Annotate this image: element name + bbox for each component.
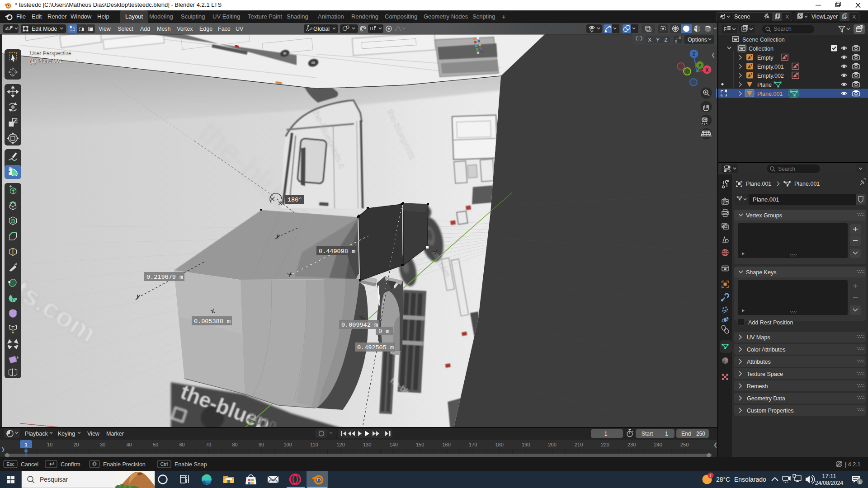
svg-text:Z: Z (693, 52, 696, 57)
svg-text:Z: Z (664, 37, 667, 42)
svg-text:0.219679 m: 0.219679 m (146, 274, 183, 281)
svg-text:28°C: 28°C (716, 476, 730, 483)
svg-text:0.449098 m: 0.449098 m (319, 248, 355, 255)
svg-text:60: 60 (179, 442, 184, 447)
svg-text:230: 230 (627, 442, 636, 447)
svg-text:Y: Y (698, 63, 702, 68)
svg-text:50: 50 (153, 442, 158, 447)
svg-text:Scene Collection: Scene Collection (742, 37, 785, 43)
svg-text:Texture Space: Texture Space (747, 371, 783, 377)
svg-text:Plane.001: Plane.001 (757, 91, 783, 97)
svg-text:Vertex: Vertex (177, 26, 193, 32)
svg-text:70: 70 (206, 442, 211, 447)
svg-text:240: 240 (654, 442, 662, 447)
svg-text:❯: ❯ (1, 446, 5, 452)
svg-text:End: End (681, 431, 691, 437)
svg-text:Plane.001: Plane.001 (746, 181, 771, 187)
svg-text:Cancel: Cancel (21, 461, 38, 468)
svg-text:Plane: Plane (757, 82, 772, 88)
svg-text:(1) Plane.001: (1) Plane.001 (29, 58, 62, 64)
svg-text:Shape Keys: Shape Keys (746, 269, 776, 276)
svg-text:Y: Y (656, 37, 660, 42)
svg-text:Confirm: Confirm (61, 461, 80, 468)
svg-text:UV Maps: UV Maps (747, 334, 770, 341)
svg-text:UV: UV (236, 26, 244, 32)
svg-text:90: 90 (259, 442, 264, 447)
svg-text:User Perspective: User Perspective (29, 50, 71, 56)
svg-text:Edge: Edge (199, 26, 212, 32)
svg-text:17:11: 17:11 (822, 473, 836, 479)
svg-text:Remesh: Remesh (747, 383, 768, 389)
svg-text:❮: ❮ (713, 442, 717, 448)
svg-text:Esc: Esc (6, 461, 14, 467)
svg-text:40: 40 (126, 442, 132, 447)
svg-text:Attributes: Attributes (747, 359, 771, 365)
svg-text:Geometry Data: Geometry Data (747, 395, 785, 402)
svg-text:Keying: Keying (58, 431, 75, 437)
svg-text:Custom Properties: Custom Properties (747, 408, 794, 414)
svg-text:140: 140 (389, 442, 397, 447)
svg-text:1: 1 (604, 431, 608, 437)
svg-text:❮: ❮ (711, 52, 715, 58)
svg-text:200: 200 (548, 442, 556, 447)
svg-text:250: 250 (696, 431, 705, 437)
svg-text:30: 30 (100, 442, 105, 447)
svg-text:Scene: Scene (734, 14, 750, 20)
svg-text:| 4.2.1: | 4.2.1 (845, 461, 861, 468)
svg-text:View: View (87, 431, 100, 437)
svg-text:View: View (99, 26, 111, 32)
svg-text:X: X (648, 37, 651, 42)
svg-text:210: 210 (575, 442, 583, 447)
svg-text:0.492505 m: 0.492505 m (357, 344, 394, 351)
svg-text:Mesh: Mesh (157, 26, 171, 32)
svg-text:Add: Add (140, 26, 150, 32)
svg-text:80: 80 (232, 442, 237, 447)
svg-text:Options: Options (688, 37, 707, 43)
svg-text:Add Rest Position: Add Rest Position (748, 319, 793, 326)
svg-text:Select: Select (118, 26, 133, 32)
svg-text:Enable Precision: Enable Precision (103, 461, 146, 468)
svg-text:Enable Snap: Enable Snap (175, 461, 207, 468)
svg-text:24/08/2024: 24/08/2024 (815, 480, 844, 486)
svg-text:Empty.001: Empty.001 (757, 64, 784, 70)
svg-text:Empty.002: Empty.002 (757, 73, 784, 79)
svg-text:110: 110 (310, 442, 318, 447)
svg-text:1: 1 (709, 473, 712, 478)
svg-text:130: 130 (363, 442, 371, 447)
svg-text:Plane.001: Plane.001 (753, 196, 779, 203)
svg-text:ViewLayer: ViewLayer (811, 14, 838, 20)
svg-text:Vertex Groups: Vertex Groups (746, 212, 782, 219)
svg-text:Ensolarado: Ensolarado (734, 476, 766, 483)
svg-text:Empty: Empty (757, 55, 774, 61)
svg-text:250: 250 (680, 442, 689, 447)
svg-text:180°: 180° (288, 197, 302, 203)
svg-text:Marker: Marker (106, 431, 124, 437)
svg-text:0 m: 0 m (378, 328, 389, 335)
svg-text:Search: Search (774, 26, 792, 32)
svg-text:Edit Mode: Edit Mode (32, 26, 57, 32)
svg-text:Color Attributes: Color Attributes (747, 347, 785, 353)
svg-text:220: 220 (601, 442, 609, 447)
svg-text:180: 180 (495, 442, 503, 447)
svg-text:Playback: Playback (25, 431, 48, 437)
svg-text:1: 1 (24, 442, 28, 447)
svg-text:Global: Global (313, 26, 330, 32)
svg-text:10: 10 (47, 442, 52, 447)
svg-text:X: X (705, 67, 708, 73)
svg-text:1: 1 (665, 431, 668, 437)
svg-text:Pesquisar: Pesquisar (40, 476, 68, 483)
svg-text:Search: Search (778, 166, 795, 172)
svg-text:Start: Start (642, 431, 653, 437)
svg-text:Ctrl: Ctrl (160, 461, 168, 467)
svg-text:0.005388 m: 0.005388 m (194, 318, 231, 325)
svg-text:120: 120 (336, 442, 344, 447)
svg-text:160: 160 (442, 442, 450, 447)
svg-text:100: 100 (283, 442, 292, 447)
svg-text:Plane.001: Plane.001 (794, 181, 820, 187)
svg-text:20: 20 (73, 442, 79, 447)
svg-text:1: 1 (859, 479, 861, 484)
svg-text:Collection: Collection (749, 46, 774, 52)
svg-text:190: 190 (522, 442, 530, 447)
svg-text:170: 170 (469, 442, 477, 447)
svg-text:0.009942 m: 0.009942 m (341, 322, 378, 328)
